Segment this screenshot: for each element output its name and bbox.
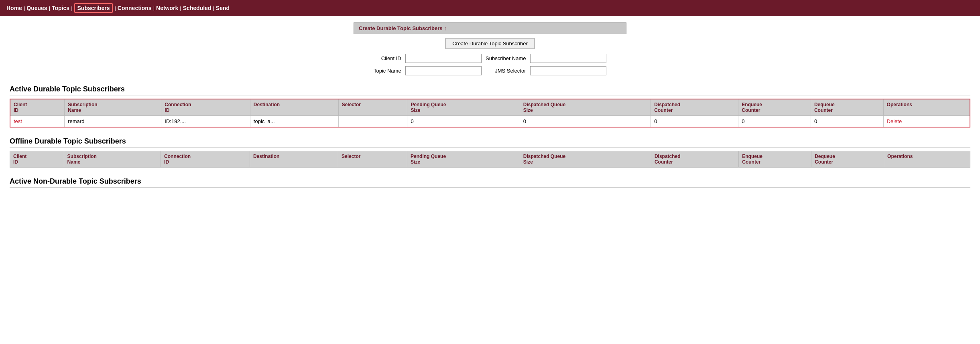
delete-link[interactable]: Delete bbox=[887, 118, 902, 124]
cell-dispatched-queue-size: 0 bbox=[520, 116, 651, 127]
th-enqueue-counter: EnqueueCounter bbox=[738, 99, 811, 116]
cell-destination: topic_a... bbox=[250, 116, 338, 127]
active-durable-tbody: test remard ID:192.... topic_a... 0 0 0 … bbox=[10, 116, 970, 127]
jms-selector-label: JMS Selector bbox=[486, 68, 526, 74]
nav-sep-6: | bbox=[213, 5, 214, 11]
cell-dequeue-counter: 0 bbox=[811, 116, 883, 127]
th-dispatched-queue-size: Dispatched QueueSize bbox=[520, 99, 651, 116]
off-th-dispatched-counter: DispatchedCounter bbox=[651, 151, 738, 168]
off-th-subscription-name: SubscriptionName bbox=[64, 151, 161, 168]
active-durable-header-row: ClientID SubscriptionName ConnectionID D… bbox=[10, 99, 970, 116]
active-nondurable-heading: Active Non-Durable Topic Subscribers bbox=[10, 177, 970, 188]
nav-sep-2: | bbox=[71, 5, 72, 11]
nav-sep-4: | bbox=[153, 5, 155, 11]
table-row: test remard ID:192.... topic_a... 0 0 0 … bbox=[10, 116, 970, 127]
cell-client-id: test bbox=[10, 116, 65, 127]
create-header: Create Durable Topic Subscribers ↑ bbox=[354, 22, 626, 34]
create-section: Create Durable Topic Subscribers ↑ Creat… bbox=[354, 22, 626, 75]
main-content: Create Durable Topic Subscribers ↑ Creat… bbox=[0, 16, 980, 197]
off-th-connection-id: ConnectionID bbox=[161, 151, 250, 168]
create-btn-row: Create Durable Topic Subscriber bbox=[354, 38, 626, 49]
nav-subscribers[interactable]: Subscribers bbox=[74, 3, 113, 13]
th-connection-id: ConnectionID bbox=[161, 99, 250, 116]
off-th-client-id: ClientID bbox=[10, 151, 64, 168]
th-operations: Operations bbox=[883, 99, 970, 116]
offline-durable-heading: Offline Durable Topic Subscribers bbox=[10, 137, 970, 148]
nav-home[interactable]: Home bbox=[6, 5, 22, 11]
active-durable-section: Active Durable Topic Subscribers ClientI… bbox=[10, 85, 970, 127]
off-th-destination: Destination bbox=[250, 151, 338, 168]
active-durable-table: ClientID SubscriptionName ConnectionID D… bbox=[10, 99, 970, 127]
subscriber-name-label: Subscriber Name bbox=[486, 55, 526, 61]
off-th-dequeue-counter: DequeueCounter bbox=[811, 151, 884, 168]
th-selector: Selector bbox=[338, 99, 407, 116]
nav-scheduled[interactable]: Scheduled bbox=[183, 5, 211, 11]
jms-selector-input[interactable] bbox=[530, 66, 606, 75]
nav-sep-5: | bbox=[180, 5, 181, 11]
nav-connections[interactable]: Connections bbox=[118, 5, 152, 11]
off-th-enqueue-counter: EnqueueCounter bbox=[739, 151, 811, 168]
offline-durable-thead: ClientID SubscriptionName ConnectionID D… bbox=[10, 151, 970, 168]
off-th-dispatched-queue-size: Dispatched QueueSize bbox=[520, 151, 651, 168]
create-durable-button[interactable]: Create Durable Topic Subscriber bbox=[445, 38, 535, 49]
th-client-id: ClientID bbox=[10, 99, 65, 116]
client-id-input[interactable] bbox=[405, 54, 482, 63]
th-subscription-name: SubscriptionName bbox=[65, 99, 161, 116]
off-th-pending-queue-size: Pending QueueSize bbox=[407, 151, 520, 168]
th-destination: Destination bbox=[250, 99, 338, 116]
cell-connection-id: ID:192.... bbox=[161, 116, 250, 127]
cell-operations: Delete bbox=[883, 116, 970, 127]
client-id-label: Client ID bbox=[374, 55, 401, 61]
th-dispatched-counter: DispatchedCounter bbox=[651, 99, 738, 116]
nav-sep-3: | bbox=[114, 5, 116, 11]
active-nondurable-section: Active Non-Durable Topic Subscribers bbox=[10, 177, 970, 188]
active-durable-thead: ClientID SubscriptionName ConnectionID D… bbox=[10, 99, 970, 116]
navbar: Home | Queues | Topics | Subscribers | C… bbox=[0, 0, 980, 16]
cell-enqueue-counter: 0 bbox=[738, 116, 811, 127]
client-id-link[interactable]: test bbox=[14, 118, 22, 124]
offline-durable-table: ClientID SubscriptionName ConnectionID D… bbox=[10, 151, 970, 168]
subscriber-name-input[interactable] bbox=[530, 54, 606, 63]
topic-name-label: Topic Name bbox=[374, 68, 401, 74]
offline-durable-header-row: ClientID SubscriptionName ConnectionID D… bbox=[10, 151, 970, 168]
nav-network[interactable]: Network bbox=[156, 5, 178, 11]
th-dequeue-counter: DequeueCounter bbox=[811, 99, 883, 116]
th-pending-queue-size: Pending QueueSize bbox=[407, 99, 520, 116]
nav-send[interactable]: Send bbox=[216, 5, 230, 11]
cell-pending-queue-size: 0 bbox=[407, 116, 520, 127]
nav-queues[interactable]: Queues bbox=[26, 5, 47, 11]
create-form: Client ID Subscriber Name Topic Name JMS… bbox=[374, 54, 606, 75]
nav-sep-1: | bbox=[49, 5, 50, 11]
cell-subscription-name: remard bbox=[65, 116, 161, 127]
cell-selector bbox=[338, 116, 407, 127]
nav-sep-0: | bbox=[24, 5, 25, 11]
topic-name-input[interactable] bbox=[405, 66, 482, 75]
off-th-selector: Selector bbox=[338, 151, 407, 168]
cell-dispatched-counter: 0 bbox=[651, 116, 738, 127]
create-header-title: Create Durable Topic Subscribers ↑ bbox=[359, 25, 447, 31]
nav-topics[interactable]: Topics bbox=[52, 5, 69, 11]
offline-durable-section: Offline Durable Topic Subscribers Client… bbox=[10, 137, 970, 168]
off-th-operations: Operations bbox=[884, 151, 970, 168]
active-durable-heading: Active Durable Topic Subscribers bbox=[10, 85, 970, 95]
